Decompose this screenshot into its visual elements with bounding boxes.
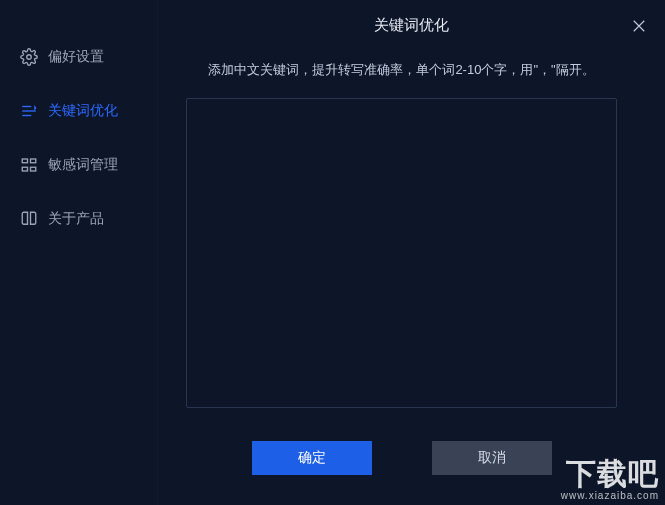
- cancel-button[interactable]: 取消: [432, 441, 552, 475]
- confirm-button[interactable]: 确定: [252, 441, 372, 475]
- svg-rect-3: [22, 167, 27, 171]
- sidebar-item-label: 关键词优化: [48, 102, 118, 120]
- keywords-textarea[interactable]: [186, 98, 617, 408]
- button-row: 确定 取消: [186, 441, 617, 505]
- textarea-wrap: [186, 98, 617, 422]
- book-icon: [20, 210, 38, 228]
- header: 关键词优化: [158, 0, 665, 50]
- sidebar-item-preferences[interactable]: 偏好设置: [0, 30, 157, 84]
- svg-point-0: [27, 55, 32, 60]
- sidebar-item-label: 敏感词管理: [48, 156, 118, 174]
- description-text: 添加中文关键词，提升转写准确率，单个词2-10个字，用"，"隔开。: [186, 60, 617, 80]
- gear-icon: [20, 48, 38, 66]
- keyword-icon: [20, 102, 38, 120]
- sidebar-item-about[interactable]: 关于产品: [0, 192, 157, 246]
- content: 添加中文关键词，提升转写准确率，单个词2-10个字，用"，"隔开。 确定 取消: [158, 50, 665, 505]
- sidebar: 偏好设置 关键词优化 敏感词管理: [0, 0, 158, 505]
- sidebar-item-keyword-optimize[interactable]: 关键词优化: [0, 84, 157, 138]
- svg-rect-2: [31, 159, 36, 163]
- sidebar-item-sensitive-words[interactable]: 敏感词管理: [0, 138, 157, 192]
- sidebar-item-label: 偏好设置: [48, 48, 104, 66]
- svg-rect-1: [22, 159, 27, 163]
- svg-rect-4: [31, 167, 36, 171]
- sidebar-item-label: 关于产品: [48, 210, 104, 228]
- blocks-icon: [20, 156, 38, 174]
- close-button[interactable]: [627, 14, 651, 38]
- page-title: 关键词优化: [374, 16, 449, 35]
- main-panel: 关键词优化 添加中文关键词，提升转写准确率，单个词2-10个字，用"，"隔开。 …: [158, 0, 665, 505]
- close-icon: [630, 17, 648, 35]
